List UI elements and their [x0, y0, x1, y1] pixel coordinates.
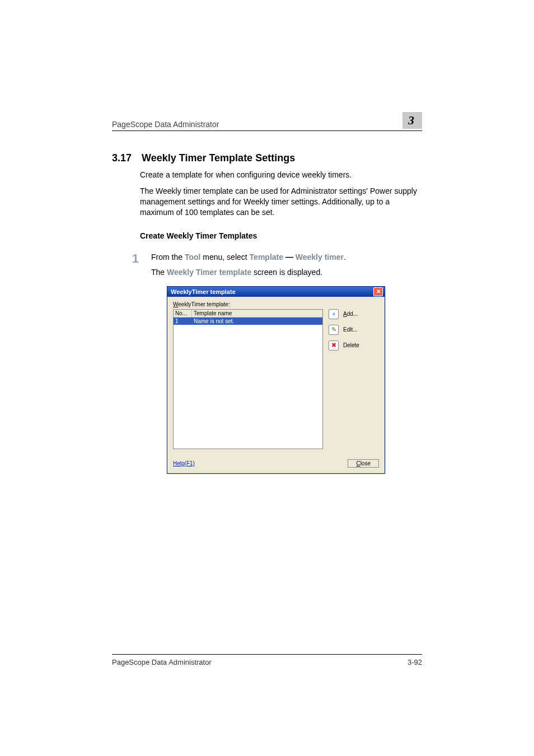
section-title: Weekly Timer Template Settings [142, 152, 295, 164]
cell-template-name: Name is not set. [192, 318, 322, 325]
footer-doc-title: PageScope Data Administrator [112, 658, 212, 666]
menu-name-template: Template [250, 253, 283, 262]
template-list[interactable]: No... Template name 1 Name is not set. [173, 309, 323, 449]
section-paragraph-2: The Weekly timer template can be used fo… [140, 186, 422, 218]
chapter-number-badge: 3 [402, 112, 422, 129]
button-label: Delete [343, 342, 359, 348]
button-label: Edit... [343, 326, 358, 333]
button-label-rest: lose [360, 460, 371, 466]
text-fragment: screen is displayed. [251, 268, 322, 277]
subsection-heading: Create Weekly Timer Templates [140, 231, 422, 240]
delete-button[interactable]: ✖ Delete [329, 340, 379, 351]
dialog-title: WeeklyTimer template [171, 288, 236, 295]
section-heading: 3.17 Weekly Timer Template Settings [112, 152, 422, 164]
cell-no: 1 [174, 318, 192, 325]
page-header: PageScope Data Administrator 3 [112, 112, 422, 131]
label-rest: eeklyTimer template: [178, 301, 229, 307]
button-label-rest: dd... [347, 311, 358, 317]
dialog-titlebar: WeeklyTimer template ✕ [167, 287, 385, 297]
table-row[interactable]: 1 Name is not set. [174, 318, 322, 325]
step-1: 1 From the Tool menu, select Template — … [112, 251, 422, 278]
column-header-no[interactable]: No... [174, 310, 192, 317]
weekly-timer-template-dialog: WeeklyTimer template ✕ WeeklyTimer templ… [167, 286, 385, 474]
window-close-button[interactable]: ✕ [373, 287, 383, 296]
menu-name-weekly-timer: Weekly timer [296, 253, 344, 262]
column-header-template-name[interactable]: Template name [192, 310, 322, 317]
text-fragment: The [151, 268, 167, 277]
help-link[interactable]: Help(F1) [173, 460, 195, 466]
mnemonic-letter: W [173, 301, 178, 307]
mnemonic-letter: C [356, 460, 360, 466]
step-instruction: From the Tool menu, select Template — We… [151, 251, 346, 278]
table-header: No... Template name [174, 310, 322, 318]
page-footer: PageScope Data Administrator 3-92 [112, 654, 422, 666]
add-button[interactable]: ＋ Add... [329, 309, 379, 319]
section-paragraph-1: Create a template for when configuring d… [140, 170, 422, 180]
mnemonic-letter: A [343, 311, 347, 317]
edit-icon: ✎ [329, 325, 339, 335]
menu-name-tool: Tool [185, 253, 201, 262]
close-icon: ✕ [376, 288, 381, 295]
header-doc-title: PageScope Data Administrator [112, 120, 219, 129]
edit-button[interactable]: ✎ Edit... [329, 325, 379, 335]
close-button[interactable]: Close [348, 459, 379, 468]
text-dash: — [283, 253, 296, 262]
footer-page-number: 3-92 [407, 658, 422, 666]
text-fragment: . [344, 253, 346, 262]
screen-name: Weekly Timer template [167, 268, 251, 277]
section-number: 3.17 [112, 152, 132, 164]
text-fragment: menu, select [200, 253, 249, 262]
list-label: WeeklyTimer template: [173, 301, 379, 307]
text-fragment: From the [151, 253, 185, 262]
add-icon: ＋ [329, 309, 339, 319]
step-number: 1 [112, 251, 139, 278]
delete-icon: ✖ [329, 340, 339, 351]
